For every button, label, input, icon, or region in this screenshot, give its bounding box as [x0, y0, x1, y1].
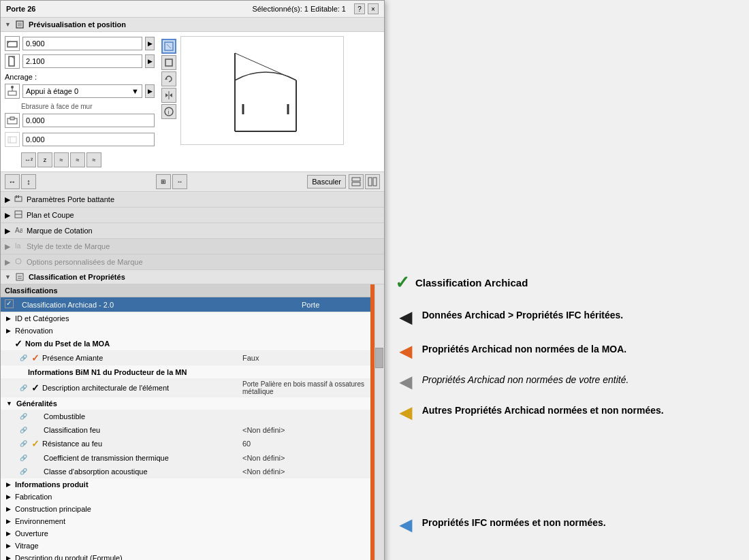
options-marque-section[interactable]: ▶ Options personnalisées de Marque — [1, 254, 384, 270]
ann3-container: ◄ Propriétés Archicad non normées de vot… — [395, 371, 628, 393]
flip-tool[interactable] — [161, 88, 176, 103]
style-texte-icon: Ia — [14, 242, 22, 251]
link-icon2: 🔗 — [20, 384, 27, 391]
dialog-window: Porte 26 Sélectionné(s): 1 Editable: 1 ?… — [0, 0, 385, 560]
svg-rect-28 — [352, 182, 360, 186]
svg-rect-6 — [8, 91, 16, 95]
info-tool[interactable]: i — [161, 104, 176, 119]
zoom-fit-icon[interactable]: ⊞ — [156, 174, 171, 189]
style-texte-label: Style de texte de Marque — [27, 242, 110, 250]
fabrication-group[interactable]: ▶ Fabrication — [1, 491, 370, 503]
ann1-arrow-icon: ◄ — [395, 306, 417, 328]
coefficient-label: Coefficient de transmission thermique — [44, 454, 240, 462]
generalites-group[interactable]: ▼ Généralités — [1, 397, 370, 410]
environnement-label: Environnement — [15, 517, 65, 525]
anchor-label: Ancrage : — [5, 73, 37, 81]
marque-icon: Aa — [14, 226, 22, 235]
height-icon — [5, 54, 20, 69]
ann1-text: Données Archicad > Propriétés IFC hérité… — [422, 309, 624, 321]
tool3-icon[interactable]: ≈ — [54, 152, 69, 167]
offset-icon — [5, 113, 20, 128]
height-arrow[interactable]: ▶ — [145, 54, 155, 68]
offset-input[interactable] — [22, 114, 155, 127]
description-produit-group[interactable]: ▶ Description du produit (Formule) — [1, 552, 370, 560]
rotate-tool[interactable] — [161, 71, 176, 86]
style-texte-section[interactable]: ▶ Ia Style de texte de Marque — [1, 239, 384, 254]
tool2-icon[interactable]: z — [37, 152, 52, 167]
class-feu-value: <Non défini> — [242, 426, 365, 434]
scrollbar-thumb[interactable] — [375, 348, 383, 368]
id-categories-group[interactable]: ▶ ID et Catégories — [1, 312, 370, 325]
anchor-row: Ancrage : — [5, 73, 155, 81]
width-arrow[interactable]: ▶ — [145, 37, 155, 50]
parametres-section[interactable]: ▶ Paramètres Porte battante — [1, 192, 384, 208]
ann3-text: Propriétés Archicad non normées de votre… — [422, 374, 629, 386]
basculer-button[interactable]: Basculer — [307, 175, 346, 188]
nom-pset-row: ✓ Nom du Pset de la MOA — [1, 337, 370, 351]
link-icon3: 🔗 — [20, 413, 27, 420]
anchor-dropdown[interactable]: Appui à étage 0 ▼ — [22, 84, 142, 98]
link-icon: 🔗 — [20, 355, 27, 361]
description-value: Porte Palière en bois massif à ossatures… — [242, 380, 365, 395]
classe-absorption-row: 🔗 Classe d'absorption acoustique <Non dé… — [1, 465, 370, 478]
link-icon4: 🔗 — [20, 427, 27, 433]
square-tool[interactable] — [161, 55, 176, 70]
plan-coupe-section[interactable]: ▶ Plan et Coupe — [1, 208, 384, 223]
svg-rect-15 — [165, 59, 172, 66]
chevron-right-icon: ▶ — [5, 258, 10, 267]
close-button[interactable]: × — [368, 3, 379, 14]
green-check-icon: ✓ — [395, 272, 410, 293]
vitrage-group[interactable]: ▶ Vitrage — [1, 540, 370, 552]
flip-h-icon[interactable]: ↔ — [5, 174, 20, 189]
anchor-arrow[interactable]: ▶ — [145, 84, 155, 98]
parametres-label: Paramètres Porte battante — [27, 195, 114, 203]
height-input[interactable]: 2.100 — [22, 54, 142, 68]
chevron-right-icon: ▶ — [6, 555, 11, 560]
scrollbar[interactable] — [374, 284, 384, 560]
svg-text:i: i — [168, 109, 170, 116]
renovation-label: Rénovation — [15, 327, 53, 335]
classification-section-header[interactable]: ▼ Classification et Propriétés — [1, 270, 384, 284]
options-marque-label: Options personnalisées de Marque — [27, 258, 143, 266]
flip-v-icon[interactable]: ↕ — [21, 174, 36, 189]
chevron-right-icon: ▶ — [6, 481, 11, 488]
svg-text:Aa: Aa — [15, 227, 22, 234]
dialog-title: Porte 26 — [6, 5, 35, 13]
ouverture-group[interactable]: ▶ Ouverture — [1, 527, 370, 540]
environnement-group[interactable]: ▶ Environnement — [1, 515, 370, 527]
offset-row — [5, 113, 155, 128]
renovation-group[interactable]: ▶ Rénovation — [1, 325, 370, 337]
nom-pset-label: Nom du Pset de la MOA — [25, 340, 240, 348]
chevron-right-icon: ▶ — [6, 542, 11, 549]
svg-rect-11 — [8, 137, 16, 143]
classifications-table: Classifications Classification Archicad … — [1, 284, 370, 312]
preview-section-header[interactable]: ▼ Prévisualisation et position — [1, 18, 384, 32]
classification-row[interactable]: Classification Archicad - 2.0 Porte — [1, 297, 370, 312]
nom-pset-check: ✓ — [14, 338, 22, 349]
z-input[interactable] — [22, 133, 155, 146]
presence-value: Faux — [242, 354, 365, 362]
classification-name: Classification Archicad - 2.0 — [18, 297, 298, 312]
width-input[interactable]: 0.900 — [22, 37, 142, 50]
help-button[interactable]: ? — [354, 3, 365, 14]
classification-annotation: ✓ Classification Archicad — [395, 272, 528, 293]
resistance-value: 60 — [242, 440, 365, 448]
anchor-icon — [5, 84, 20, 99]
preview-toolbar: ↔ ↕ ⊞ ↔ Basculer — [1, 171, 384, 191]
zoom-in-icon[interactable]: ↔ — [172, 174, 187, 189]
info-produit-group[interactable]: ▶ Informations produit — [1, 478, 370, 491]
tool1-icon[interactable]: ↔² — [21, 152, 36, 167]
construction-group[interactable]: ▶ Construction principale — [1, 503, 370, 515]
classification-properties-area: Classifications Classification Archicad … — [1, 284, 384, 560]
plan-coupe-label: Plan et Coupe — [27, 211, 74, 219]
marque-section[interactable]: ▶ Aa Marque de Cotation — [1, 223, 384, 239]
layout2-icon[interactable] — [365, 174, 380, 189]
tool4-icon[interactable]: ≈ — [70, 152, 85, 167]
layout1-icon[interactable] — [349, 174, 364, 189]
select-tool[interactable] — [161, 39, 176, 54]
classification-checkbox[interactable] — [5, 299, 14, 308]
preview-tools: i — [160, 36, 178, 167]
tool5-icon[interactable]: ≈ — [86, 152, 101, 167]
chevron-right-icon: ▶ — [5, 195, 10, 204]
info-produit-label: Informations produit — [15, 480, 89, 489]
